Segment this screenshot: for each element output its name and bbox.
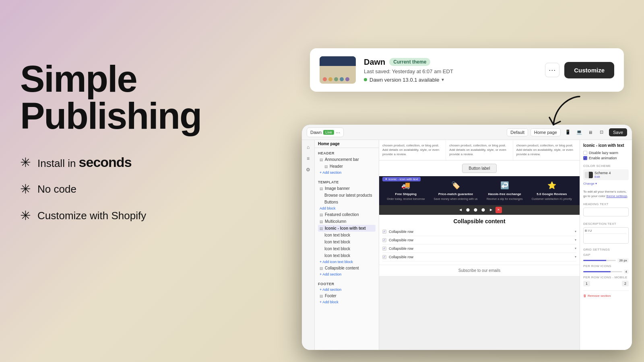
nav-layers-icon[interactable]: ≡ bbox=[304, 154, 312, 162]
sidebar-item-icon-text-active[interactable]: ▤ Iconic - Icon with text bbox=[318, 225, 376, 232]
customize-button[interactable]: Customize bbox=[564, 62, 614, 78]
save-button[interactable]: Save bbox=[609, 128, 627, 136]
arrow-container bbox=[543, 88, 592, 138]
sel-btn-5[interactable]: ▶ bbox=[488, 207, 494, 213]
theme-name-row: Dawn Current theme bbox=[364, 58, 537, 67]
featured-label: Featured collection bbox=[325, 212, 359, 217]
settings-enable-anim-row: ✓ Enable animation bbox=[583, 156, 629, 160]
buttons-label: Buttons bbox=[324, 200, 338, 204]
canvas-dark-banner: ✦ iconic - icon with text 🚚 Free Shippin… bbox=[379, 176, 580, 205]
collapsible-checkbox-3[interactable]: ✓ bbox=[382, 247, 386, 251]
bold-icon[interactable]: B bbox=[585, 229, 587, 232]
more-options-button[interactable]: ··· bbox=[545, 63, 559, 77]
description-input[interactable] bbox=[585, 233, 627, 242]
enable-anim-checkbox[interactable]: ✓ bbox=[583, 156, 587, 160]
version-row: Dawn version 13.0.1 available ▾ bbox=[364, 77, 537, 83]
sidebar-item-multicolumn[interactable]: ▤ Multicolumn bbox=[318, 218, 376, 225]
collapsible-title: Collapsible content bbox=[382, 218, 576, 224]
sidebar-item-icon-block-1[interactable]: Icon text block bbox=[318, 232, 376, 239]
gap-slider[interactable] bbox=[583, 260, 616, 261]
collapsible-row-1[interactable]: ✓ Collapsible row ▾ bbox=[382, 228, 576, 236]
disable-lazy-checkbox[interactable] bbox=[583, 151, 587, 155]
add-section-button[interactable]: + Add section bbox=[318, 170, 376, 175]
sidebar-item-header[interactable]: ▤ Header bbox=[318, 163, 376, 170]
add-icon-block-button[interactable]: + Add icon text block bbox=[318, 259, 376, 265]
editor-inner: Dawn Live ··· Default Home page 📱 💻 🖥 ⊡ … bbox=[302, 125, 632, 350]
per-row-mobile-label: Per row icons - mobile bbox=[583, 276, 629, 279]
per-row-slider[interactable] bbox=[583, 271, 622, 272]
tab-label: Dawn bbox=[310, 130, 322, 135]
sidebar-item-icon-block-4[interactable]: Icon text block bbox=[318, 252, 376, 259]
sidebar-item-collapsible[interactable]: ▤ Collapsible content bbox=[318, 265, 376, 272]
version-dot-icon bbox=[364, 78, 367, 81]
add-section3-button[interactable]: + Add section bbox=[318, 287, 376, 292]
settings-color-scheme: Color scheme Scheme 4 Edit Change ▾ bbox=[583, 164, 629, 185]
collapsible-row-2[interactable]: ✓ Collapsible row ▾ bbox=[382, 236, 576, 245]
footer-icon: ▤ bbox=[320, 294, 323, 298]
heading-text-input[interactable] bbox=[583, 208, 629, 216]
canvas-col-3: chosen product, collection, or blog post… bbox=[513, 140, 580, 160]
footer-item-label: Footer bbox=[325, 294, 336, 298]
browse-label: Browse our latest products bbox=[324, 193, 372, 197]
live-badge: Live bbox=[323, 130, 334, 135]
gap-slider-row: 26 px bbox=[583, 258, 629, 263]
collapsible-row-3[interactable]: ✓ Collapsible row ▾ bbox=[382, 245, 576, 253]
underline-icon[interactable]: U bbox=[590, 229, 592, 232]
theme-actions: ··· Customize bbox=[545, 62, 614, 78]
icon-text-label: Iconic - Icon with text bbox=[325, 226, 366, 230]
nav-home-icon[interactable]: ⌂ bbox=[304, 143, 312, 151]
settings-checkboxes: Disable lazy warm ✓ Enable animation bbox=[583, 151, 629, 160]
sel-btn-2[interactable]: ⬤ bbox=[465, 207, 471, 213]
sidebar-item-image-banner[interactable]: ▤ Image banner bbox=[318, 185, 376, 192]
sel-btn-delete[interactable]: ✕ bbox=[495, 207, 502, 213]
per-row-label: Per row icons bbox=[583, 264, 629, 268]
per-row-mobile-options: 1 2 bbox=[583, 281, 629, 286]
expand-icon[interactable]: ⊡ bbox=[597, 128, 607, 137]
editor-main: ⌂ ≡ ⚙ Home page Header ▤ Announcement ba… bbox=[302, 140, 632, 350]
default-select[interactable]: Default bbox=[507, 128, 528, 136]
icon-block-label: Icon text block bbox=[324, 233, 350, 237]
theme-info: Dawn Current theme Last saved: Yesterday… bbox=[364, 58, 537, 83]
collapsible-row-4[interactable]: ✓ Collapsible row ▾ bbox=[382, 253, 576, 261]
image-banner-icon: ▤ bbox=[320, 187, 323, 191]
chevron-icon: ▾ bbox=[575, 255, 576, 259]
add-block2-button[interactable]: + Add block bbox=[318, 299, 376, 305]
sel-btn-1[interactable]: ◀ bbox=[457, 207, 464, 213]
per-row-option-2[interactable]: 2 bbox=[622, 281, 629, 286]
heading-line1: Simple bbox=[20, 58, 137, 99]
color-scheme-label: Color scheme bbox=[583, 164, 629, 168]
sidebar-item-footer[interactable]: ▤ Footer bbox=[318, 292, 376, 299]
editor-tab[interactable]: Dawn Live ··· bbox=[307, 128, 344, 137]
sel-btn-4[interactable]: ⬤ bbox=[480, 207, 487, 213]
collapsible-checkbox-4[interactable]: ✓ bbox=[382, 255, 386, 259]
topbar-dots[interactable]: ··· bbox=[336, 129, 341, 136]
change-scheme-button[interactable]: Change ▾ bbox=[583, 182, 629, 185]
scheme-info: Scheme 4 Edit bbox=[594, 171, 611, 179]
sidebar-header-item-label: Header bbox=[330, 164, 343, 169]
edit-scheme-button[interactable]: Edit bbox=[594, 175, 611, 179]
collapsible-checkbox-2[interactable]: ✓ bbox=[382, 238, 386, 242]
add-section2-button[interactable]: + Add section bbox=[318, 272, 376, 277]
sel-btn-3[interactable]: ⬤ bbox=[473, 207, 479, 213]
subscribe-section: Subscribe to our emails bbox=[379, 265, 580, 276]
remove-section-button[interactable]: 🗑 Remove section bbox=[583, 290, 629, 298]
add-block-button[interactable]: Add block bbox=[318, 206, 376, 211]
canvas-button-row: Button label bbox=[379, 160, 580, 176]
sidebar-item-featured[interactable]: ▤ Featured collection bbox=[318, 211, 376, 218]
sidebar-item-announcement[interactable]: ▤ Announcement bar bbox=[318, 156, 376, 163]
sidebar-item-buttons[interactable]: Buttons bbox=[318, 199, 376, 206]
sidebar-item-icon-block-3[interactable]: Icon text block bbox=[318, 245, 376, 252]
banner-item-reviews: ⭐ 5.0 Google Reviews Customer satisfacti… bbox=[532, 181, 572, 200]
italic-icon[interactable]: I bbox=[588, 229, 588, 232]
theme-settings-link[interactable]: theme settings bbox=[606, 194, 627, 198]
canvas-button[interactable]: Button label bbox=[462, 164, 497, 173]
bullet-icon: ✳ bbox=[20, 208, 31, 223]
scheme-name: Scheme 4 bbox=[594, 171, 611, 175]
banner-subtitle: Order today, receive tomorrow bbox=[387, 197, 425, 200]
nav-settings-icon[interactable]: ⚙ bbox=[304, 166, 312, 174]
icon-block-label: Icon text block bbox=[324, 247, 350, 251]
per-row-option-1[interactable]: 1 bbox=[583, 281, 590, 286]
sidebar-item-browse[interactable]: Browse our latest products bbox=[318, 192, 376, 199]
collapsible-checkbox-1[interactable]: ✓ bbox=[382, 230, 386, 234]
sidebar-item-icon-block-2[interactable]: Icon text block bbox=[318, 239, 376, 245]
